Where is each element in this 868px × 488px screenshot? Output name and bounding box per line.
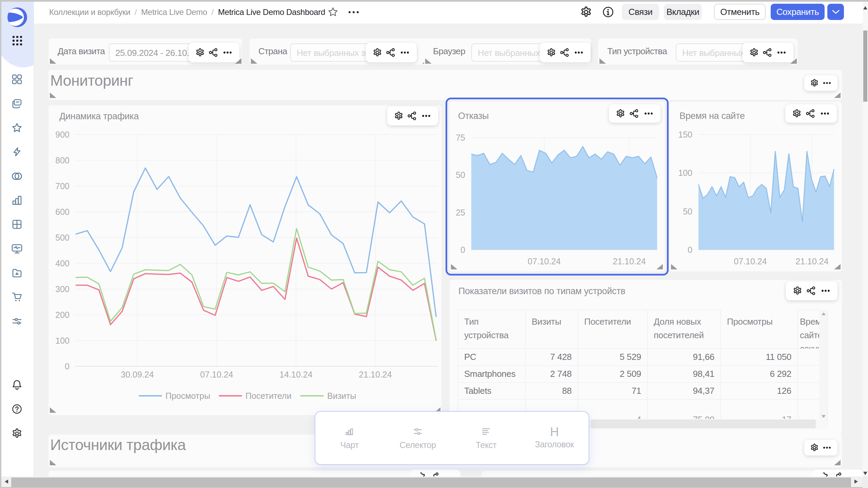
svg-text:500: 500	[55, 233, 70, 242]
svg-text:600: 600	[55, 207, 70, 217]
svg-text:100: 100	[678, 168, 692, 178]
svg-text:900: 900	[55, 130, 70, 139]
svg-text:21.10.24: 21.10.24	[359, 370, 392, 379]
svg-text:150: 150	[678, 130, 692, 139]
svg-text:Время на сайте: Время на сайте	[679, 111, 745, 121]
svg-text:50: 50	[683, 207, 692, 216]
svg-text:400: 400	[55, 259, 70, 268]
svg-text:07.10.24: 07.10.24	[528, 257, 560, 266]
svg-text:50: 50	[456, 170, 465, 180]
svg-text:07.10.24: 07.10.24	[200, 370, 233, 379]
svg-text:800: 800	[55, 156, 70, 165]
svg-text:300: 300	[55, 284, 70, 294]
svg-text:0: 0	[65, 362, 70, 371]
svg-text:100: 100	[55, 336, 70, 345]
svg-text:Динамика трафика: Динамика трафика	[59, 111, 139, 121]
svg-text:200: 200	[55, 310, 70, 320]
svg-text:07.10.24: 07.10.24	[734, 257, 767, 266]
svg-text:700: 700	[55, 181, 70, 191]
svg-text:Визиты: Визиты	[327, 391, 356, 401]
svg-text:Просмотры: Просмотры	[165, 391, 210, 401]
svg-text:21.10.24: 21.10.24	[613, 257, 646, 266]
svg-text:21.10.24: 21.10.24	[795, 257, 828, 266]
svg-text:75: 75	[456, 133, 465, 142]
svg-text:Посетители: Посетители	[245, 391, 292, 401]
svg-text:25: 25	[456, 208, 465, 217]
svg-text:14.10.24: 14.10.24	[279, 370, 312, 379]
svg-text:30.09.24: 30.09.24	[121, 370, 154, 379]
svg-text:0: 0	[688, 245, 692, 255]
svg-text:Отказы: Отказы	[458, 111, 489, 121]
svg-text:0: 0	[460, 245, 465, 255]
